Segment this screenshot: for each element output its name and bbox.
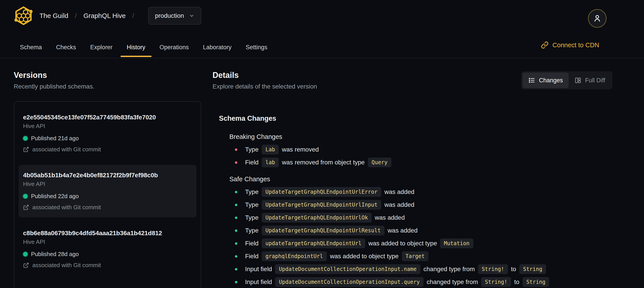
git-commit-link[interactable]: associated with Git commit (23, 146, 192, 153)
schema-token: lab (262, 158, 279, 167)
schema-change-row: TypeUpdateTargetGraphQLEndpointUrlOkwas … (235, 213, 612, 222)
changes-view-button[interactable]: Changes (522, 73, 569, 88)
change-text: Field (245, 240, 258, 247)
tab-laboratory[interactable]: Laboratory (197, 37, 238, 58)
change-text: to (511, 265, 516, 273)
connect-to-cdn-link[interactable]: Connect to CDN (541, 41, 599, 49)
breadcrumb-org[interactable]: The Guild (40, 12, 68, 20)
schema-token: UpdateTargetGraphQLEndpointUrlInput (262, 200, 382, 210)
breadcrumb-separator: / (132, 12, 134, 20)
link-icon (541, 41, 548, 49)
schema-token: Target (402, 251, 428, 261)
version-published-status: Published 22d ago (23, 193, 192, 200)
version-service-name: Hive API (23, 181, 192, 187)
change-text: was added (384, 188, 414, 195)
schema-token: Lab (262, 145, 279, 154)
version-list-item[interactable]: e2e55045345ce13fe07f52a77459b83fa3fe7020… (18, 107, 196, 160)
schema-token: String! (481, 277, 511, 287)
schema-change-row: TypeUpdateTargetGraphQLEndpointUrlResult… (235, 226, 612, 235)
published-status-dot (23, 194, 28, 199)
version-list-item[interactable]: 4b05ab51b1b4a7e2e4b0ef82172f2b9f7ef98c0b… (18, 165, 196, 217)
tab-schema[interactable]: Schema (14, 37, 48, 58)
hive-logo-icon[interactable] (13, 6, 34, 26)
full-diff-view-button[interactable]: Full Diff (569, 73, 611, 88)
change-text: was removed from object type (282, 159, 365, 166)
git-commit-label: associated with Git commit (32, 262, 101, 269)
schema-change-row: Input fieldUpdateDocumentCollectionOpera… (235, 264, 612, 274)
schema-token: Query (368, 158, 391, 167)
details-view-toggle: Changes Full Diff (521, 71, 612, 89)
schema-change-row: Input fieldUpdateDocumentCollectionOpera… (235, 277, 612, 287)
tab-history[interactable]: History (120, 37, 152, 58)
tab-operations[interactable]: Operations (153, 37, 195, 58)
user-menu-button[interactable] (588, 9, 606, 28)
change-text: Input field (245, 278, 272, 285)
version-list-item[interactable]: c8b6e88a06793b9c4dfd54aaa21b36a1b421d812… (18, 223, 196, 275)
external-link-icon (23, 262, 29, 268)
schema-token: String! (478, 264, 508, 274)
breadcrumb-separator: / (75, 12, 77, 20)
change-bullet (235, 242, 237, 245)
version-service-name: Hive API (23, 238, 192, 245)
change-text: was added (375, 214, 405, 221)
target-selector-label: production (155, 12, 184, 19)
tab-explorer[interactable]: Explorer (84, 37, 119, 58)
git-commit-link[interactable]: associated with Git commit (23, 204, 192, 211)
schema-change-row: FieldupdateTargetGraphQLEndpointUrlwas a… (235, 238, 612, 248)
change-text: to (514, 278, 519, 285)
change-text: was removed (282, 146, 319, 153)
target-selector[interactable]: production (148, 7, 201, 25)
schema-change-row: TypeUpdateTargetGraphQLEndpointUrlInputw… (235, 200, 612, 210)
breaking-changes-title: Breaking Changes (229, 133, 612, 140)
external-link-icon (23, 204, 29, 210)
published-status-dot (23, 136, 28, 141)
breaking-changes-list: TypeLabwas removedFieldlabwas removed fr… (235, 145, 612, 167)
schema-token: String (519, 264, 546, 274)
change-text: Type (245, 227, 258, 234)
tab-checks[interactable]: Checks (50, 37, 82, 58)
change-bullet (235, 191, 237, 193)
brand-row: The Guild / GraphQL Hive / production (13, 5, 201, 26)
change-bullet (235, 281, 237, 283)
diff-columns-icon (574, 77, 582, 84)
change-text: Input field (245, 265, 272, 273)
version-published-status: Published 28d ago (23, 251, 192, 258)
published-status-dot (23, 252, 28, 256)
versions-subtitle: Recently published schemas. (14, 83, 201, 90)
change-bullet (235, 268, 237, 270)
details-panel: Details Explore details of the selected … (212, 71, 612, 287)
full-diff-view-label: Full Diff (585, 77, 605, 84)
schema-changes-title: Schema Changes (219, 115, 612, 122)
user-icon (592, 14, 602, 23)
external-link-icon (23, 146, 29, 152)
schema-token: UpdateTargetGraphQLEndpointUrlOk (262, 213, 372, 222)
version-list-item[interactable]: a823f6db2a55df877dcf406006abca97fcc4858c… (18, 281, 196, 288)
git-commit-label: associated with Git commit (32, 204, 101, 211)
schema-token: UpdateTargetGraphQLEndpointUrlError (262, 187, 382, 197)
versions-title: Versions (14, 71, 201, 80)
schema-token: graphqlEndpointUrl (262, 251, 327, 261)
schema-token: UpdateTargetGraphQLEndpointUrlResult (262, 226, 384, 235)
change-text: Field (245, 253, 258, 260)
published-status-label: Published 21d ago (31, 135, 79, 142)
change-bullet (235, 255, 237, 258)
schema-change-row: Fieldlabwas removed from object typeQuer… (235, 158, 612, 167)
change-text: Field (245, 159, 258, 166)
change-text: Type (245, 188, 258, 195)
list-icon (528, 77, 536, 84)
version-service-name: Hive API (23, 123, 192, 130)
version-hash: c8b6e88a06793b9c4dfd54aaa21b36a1b421d812 (23, 229, 192, 237)
breadcrumb-project[interactable]: GraphQL Hive (83, 12, 126, 20)
tab-settings[interactable]: Settings (240, 37, 274, 58)
git-commit-label: associated with Git commit (32, 146, 101, 153)
change-bullet (235, 204, 237, 206)
safe-changes-list: TypeUpdateTargetGraphQLEndpointUrlErrorw… (235, 187, 612, 287)
change-bullet (235, 148, 237, 151)
change-bullet (235, 229, 237, 232)
git-commit-link[interactable]: associated with Git commit (23, 262, 192, 269)
change-text: was added to object type (368, 240, 437, 247)
change-text: changed type from (424, 265, 475, 273)
schema-changes-section: Schema Changes Breaking Changes TypeLabw… (212, 115, 612, 287)
change-text: changed type from (426, 278, 478, 285)
versions-list: e2e55045345ce13fe07f52a77459b83fa3fe7020… (14, 101, 201, 288)
